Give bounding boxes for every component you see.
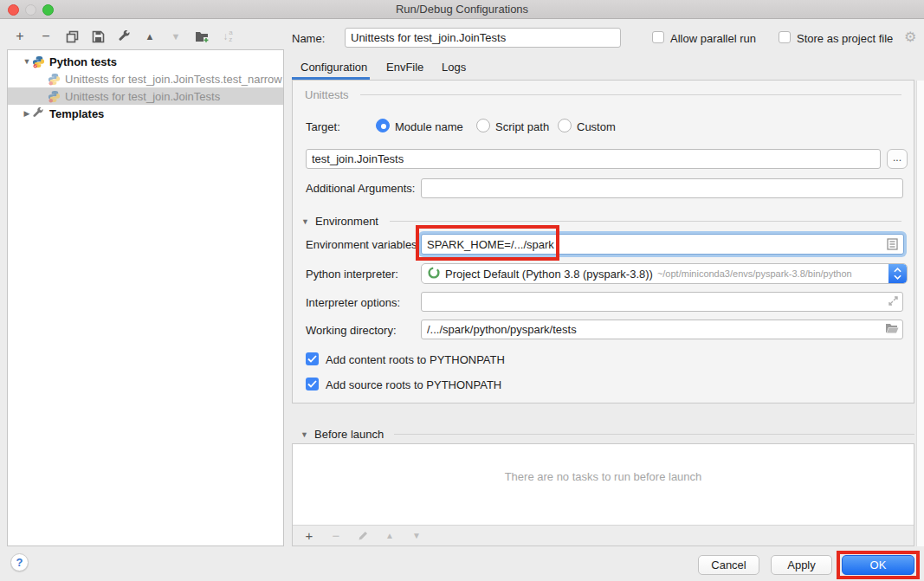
python-run-config-icon [48,90,61,103]
collapse-icon[interactable]: ▼ [22,57,32,66]
add-source-roots-checkbox[interactable] [306,378,319,391]
expand-field-icon[interactable] [888,295,899,309]
remove-configuration-icon[interactable]: − [38,29,54,44]
title-bar: Run/Debug Configurations [0,0,924,19]
sort-configurations-icon[interactable]: ↓az [220,29,236,44]
env-vars-annotation-highlight [416,225,559,261]
radio-custom[interactable] [558,119,572,132]
store-project-label: Store as project file [797,32,893,45]
radio-script-path[interactable] [476,119,490,132]
radio-module-name[interactable] [376,119,390,132]
tree-item-unittests-narrow[interactable]: Unittests for test_join.JoinTests.test_n… [8,70,283,87]
gear-icon[interactable]: ⚙ [904,29,916,45]
save-configuration-icon[interactable] [90,29,106,44]
add-content-roots-label: Add content roots to PYTHONPATH [326,353,505,366]
before-launch-tasks-box: There are no tasks to run before launch … [292,443,914,546]
radio-custom-label: Custom [577,120,616,133]
help-button[interactable]: ? [10,553,29,571]
python-interpreter-select[interactable]: Project Default (Python 3.8 (pyspark-3.8… [421,263,908,284]
folder-icon[interactable] [885,323,899,337]
tree-item-label: Unittests for test_join.JoinTests [65,90,220,103]
interpreter-options-input[interactable] [421,292,903,312]
env-vars-list-icon[interactable] [887,238,898,253]
python-run-config-icon [48,73,61,86]
move-down-icon[interactable]: ▼ [168,29,184,44]
allow-parallel-label: Allow parallel run [670,32,756,45]
configurations-tree: ▼ Python tests Unittests for test_join.J… [7,49,284,546]
allow-parallel-checkbox[interactable] [652,31,664,43]
tab-logs[interactable]: Logs [442,61,466,74]
new-folder-icon[interactable] [194,29,210,44]
tree-item-label: Python tests [49,55,117,68]
before-launch-toolbar: + − ▲ ▼ [293,525,914,545]
browse-button[interactable]: ... [887,149,908,169]
cancel-button[interactable]: Cancel [698,555,759,575]
copy-configuration-icon[interactable] [64,29,80,44]
move-up-icon[interactable]: ▲ [142,29,158,44]
store-project-checkbox[interactable] [779,31,791,43]
before-launch-divider [394,434,914,435]
window-title: Run/Debug Configurations [0,3,924,16]
env-vars-label: Environment variables: [306,238,420,251]
templates-wrench-icon [32,107,45,120]
additional-arguments-label: Additional Arguments: [306,182,415,195]
interpreter-value: Project Default (Python 3.8 (pyspark-3.8… [445,268,653,281]
configuration-panel: Unittests Target: Module name Script pat… [292,80,914,403]
group-divider [360,94,901,95]
tree-item-unittests-jointests[interactable]: Unittests for test_join.JoinTests [8,87,283,105]
apply-button[interactable]: Apply [771,555,832,575]
environment-section-label: Environment [315,215,378,228]
radio-module-name-label: Module name [395,120,463,133]
tree-item-label: Unittests for test_join.JoinTests.test_n… [65,73,282,86]
module-name-input[interactable] [306,149,881,169]
conda-env-icon [428,267,440,281]
python-interpreter-label: Python interpreter: [306,268,398,281]
move-task-up-icon[interactable]: ▲ [382,528,397,544]
interpreter-path: ~/opt/miniconda3/envs/pyspark-3.8/bin/py… [657,268,852,279]
tab-envfile[interactable]: EnvFile [386,61,423,74]
before-launch-empty-text: There are no tasks to run before launch [293,470,914,483]
tab-configuration[interactable]: Configuration [300,61,367,74]
working-directory-input[interactable] [421,320,903,339]
configurations-toolbar: + − ▲ ▼ ↓az [12,26,236,47]
section-divider [390,221,901,222]
edit-task-icon[interactable] [355,528,371,544]
remove-task-icon[interactable]: − [328,528,344,544]
before-launch-collapse-icon[interactable]: ▼ [300,430,308,439]
tree-item-python-tests[interactable]: ▼ Python tests [8,53,283,70]
working-directory-label: Working directory: [306,324,397,337]
panel-scrollbar[interactable] [916,81,924,546]
environment-collapse-icon[interactable]: ▼ [301,217,309,226]
expand-icon[interactable]: ▶ [22,109,32,118]
unittests-group-label: Unittests [305,88,349,101]
add-content-roots-checkbox[interactable] [306,352,319,365]
ok-button-annotation-highlight [837,551,920,579]
move-task-down-icon[interactable]: ▼ [409,528,424,544]
python-tests-icon [32,55,45,68]
tree-item-label: Templates [49,107,104,120]
add-source-roots-label: Add source roots to PYTHONPATH [326,378,501,391]
interpreter-options-label: Interpreter options: [306,296,400,309]
target-label: Target: [306,120,340,133]
add-task-icon[interactable]: + [301,528,317,544]
additional-arguments-input[interactable] [421,178,903,198]
name-input[interactable] [345,28,621,48]
radio-script-path-label: Script path [495,120,549,133]
add-configuration-icon[interactable]: + [12,29,28,44]
edit-templates-icon[interactable] [116,29,132,44]
name-label: Name: [292,32,325,45]
before-launch-label: Before launch [314,428,384,441]
tree-item-templates[interactable]: ▶ Templates [8,105,283,122]
combo-stepper-icon[interactable] [888,264,907,283]
